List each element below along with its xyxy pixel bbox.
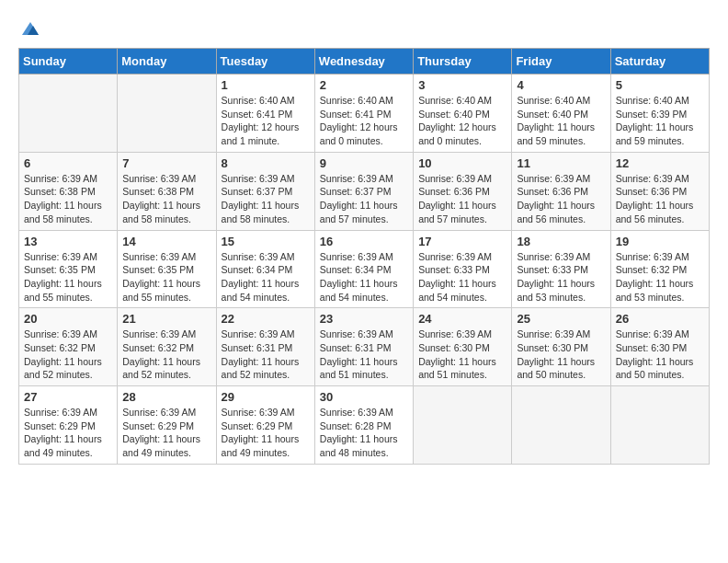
day-number: 22: [222, 312, 310, 326]
day-info: Sunrise: 6:39 AM Sunset: 6:31 PM Dayligh…: [320, 327, 408, 382]
day-number: 6: [24, 156, 112, 170]
calendar-table: SundayMondayTuesdayWednesdayThursdayFrid…: [18, 48, 710, 465]
day-info: Sunrise: 6:39 AM Sunset: 6:33 PM Dayligh…: [517, 250, 605, 304]
calendar-cell: 9Sunrise: 6:39 AM Sunset: 6:37 PM Daylig…: [314, 152, 413, 230]
day-info: Sunrise: 6:40 AM Sunset: 6:41 PM Dayligh…: [222, 94, 310, 148]
calendar-cell: 12Sunrise: 6:39 AM Sunset: 6:36 PM Dayli…: [610, 152, 709, 230]
day-info: Sunrise: 6:39 AM Sunset: 6:35 PM Dayligh…: [24, 250, 112, 304]
calendar-cell: 18Sunrise: 6:39 AM Sunset: 6:33 PM Dayli…: [512, 230, 610, 308]
calendar-cell: 24Sunrise: 6:39 AM Sunset: 6:30 PM Dayli…: [414, 308, 512, 386]
calendar-week-row: 1Sunrise: 6:40 AM Sunset: 6:41 PM Daylig…: [19, 75, 710, 153]
calendar-cell: 14Sunrise: 6:39 AM Sunset: 6:35 PM Dayli…: [118, 230, 216, 308]
day-info: Sunrise: 6:39 AM Sunset: 6:38 PM Dayligh…: [122, 172, 210, 226]
page-header: [18, 18, 710, 39]
calendar-week-row: 27Sunrise: 6:39 AM Sunset: 6:29 PM Dayli…: [19, 386, 710, 465]
day-info: Sunrise: 6:39 AM Sunset: 6:30 PM Dayligh…: [616, 327, 704, 382]
calendar-cell: 5Sunrise: 6:40 AM Sunset: 6:39 PM Daylig…: [610, 75, 709, 153]
day-number: 21: [122, 312, 210, 326]
day-info: Sunrise: 6:39 AM Sunset: 6:37 PM Dayligh…: [222, 172, 310, 226]
day-info: Sunrise: 6:39 AM Sunset: 6:32 PM Dayligh…: [616, 250, 704, 304]
day-number: 17: [418, 235, 506, 248]
calendar-cell: 22Sunrise: 6:39 AM Sunset: 6:31 PM Dayli…: [216, 308, 314, 386]
day-number: 10: [418, 156, 506, 170]
calendar-cell: 30Sunrise: 6:39 AM Sunset: 6:28 PM Dayli…: [314, 386, 413, 465]
day-number: 29: [222, 390, 310, 404]
day-info: Sunrise: 6:40 AM Sunset: 6:39 PM Dayligh…: [616, 94, 704, 148]
day-number: 13: [24, 235, 112, 248]
day-number: 14: [122, 235, 210, 248]
day-number: 15: [222, 235, 310, 248]
calendar-week-row: 13Sunrise: 6:39 AM Sunset: 6:35 PM Dayli…: [19, 230, 710, 308]
calendar-cell: [19, 75, 118, 153]
day-number: 12: [616, 156, 704, 170]
calendar-week-row: 20Sunrise: 6:39 AM Sunset: 6:32 PM Dayli…: [19, 308, 710, 386]
calendar-cell: 17Sunrise: 6:39 AM Sunset: 6:33 PM Dayli…: [414, 230, 512, 308]
calendar-week-row: 6Sunrise: 6:39 AM Sunset: 6:38 PM Daylig…: [19, 152, 710, 230]
day-number: 23: [320, 312, 408, 326]
day-number: 9: [320, 156, 408, 170]
day-info: Sunrise: 6:40 AM Sunset: 6:40 PM Dayligh…: [517, 94, 605, 148]
day-info: Sunrise: 6:39 AM Sunset: 6:36 PM Dayligh…: [517, 172, 605, 226]
day-of-week-header: Thursday: [414, 49, 512, 75]
calendar-header-row: SundayMondayTuesdayWednesdayThursdayFrid…: [19, 49, 710, 75]
day-number: 19: [616, 235, 704, 248]
calendar-cell: [118, 75, 216, 153]
day-info: Sunrise: 6:39 AM Sunset: 6:32 PM Dayligh…: [24, 327, 112, 382]
day-info: Sunrise: 6:39 AM Sunset: 6:29 PM Dayligh…: [222, 406, 310, 460]
day-info: Sunrise: 6:39 AM Sunset: 6:34 PM Dayligh…: [320, 250, 408, 304]
day-info: Sunrise: 6:39 AM Sunset: 6:35 PM Dayligh…: [122, 250, 210, 304]
day-of-week-header: Tuesday: [216, 49, 314, 75]
day-info: Sunrise: 6:40 AM Sunset: 6:41 PM Dayligh…: [320, 94, 408, 148]
day-number: 20: [24, 312, 112, 326]
day-info: Sunrise: 6:39 AM Sunset: 6:36 PM Dayligh…: [418, 172, 506, 226]
calendar-cell: 28Sunrise: 6:39 AM Sunset: 6:29 PM Dayli…: [118, 386, 216, 465]
calendar-cell: 23Sunrise: 6:39 AM Sunset: 6:31 PM Dayli…: [314, 308, 413, 386]
day-number: 24: [418, 312, 506, 326]
day-of-week-header: Sunday: [19, 49, 118, 75]
day-info: Sunrise: 6:39 AM Sunset: 6:34 PM Dayligh…: [222, 250, 310, 304]
day-info: Sunrise: 6:39 AM Sunset: 6:38 PM Dayligh…: [24, 172, 112, 226]
calendar-cell: 1Sunrise: 6:40 AM Sunset: 6:41 PM Daylig…: [216, 75, 314, 153]
calendar-cell: 16Sunrise: 6:39 AM Sunset: 6:34 PM Dayli…: [314, 230, 413, 308]
day-of-week-header: Saturday: [610, 49, 709, 75]
day-number: 8: [222, 156, 310, 170]
day-number: 26: [616, 312, 704, 326]
day-number: 28: [122, 390, 210, 404]
day-info: Sunrise: 6:39 AM Sunset: 6:30 PM Dayligh…: [418, 327, 506, 382]
calendar-cell: 21Sunrise: 6:39 AM Sunset: 6:32 PM Dayli…: [118, 308, 216, 386]
day-number: 7: [122, 156, 210, 170]
day-of-week-header: Friday: [512, 49, 610, 75]
calendar-cell: 20Sunrise: 6:39 AM Sunset: 6:32 PM Dayli…: [19, 308, 118, 386]
calendar-cell: 6Sunrise: 6:39 AM Sunset: 6:38 PM Daylig…: [19, 152, 118, 230]
day-number: 18: [517, 235, 605, 248]
day-number: 3: [418, 78, 506, 92]
calendar-cell: 8Sunrise: 6:39 AM Sunset: 6:37 PM Daylig…: [216, 152, 314, 230]
day-number: 5: [616, 78, 704, 92]
day-of-week-header: Wednesday: [314, 49, 413, 75]
calendar-cell: [414, 386, 512, 465]
day-info: Sunrise: 6:39 AM Sunset: 6:36 PM Dayligh…: [616, 172, 704, 226]
day-info: Sunrise: 6:39 AM Sunset: 6:29 PM Dayligh…: [122, 406, 210, 460]
calendar-cell: 15Sunrise: 6:39 AM Sunset: 6:34 PM Dayli…: [216, 230, 314, 308]
day-info: Sunrise: 6:39 AM Sunset: 6:31 PM Dayligh…: [222, 327, 310, 382]
calendar-cell: 2Sunrise: 6:40 AM Sunset: 6:41 PM Daylig…: [314, 75, 413, 153]
day-of-week-header: Monday: [118, 49, 216, 75]
calendar-cell: 26Sunrise: 6:39 AM Sunset: 6:30 PM Dayli…: [610, 308, 709, 386]
calendar-cell: 4Sunrise: 6:40 AM Sunset: 6:40 PM Daylig…: [512, 75, 610, 153]
day-info: Sunrise: 6:39 AM Sunset: 6:33 PM Dayligh…: [418, 250, 506, 304]
day-info: Sunrise: 6:39 AM Sunset: 6:30 PM Dayligh…: [517, 327, 605, 382]
day-number: 27: [24, 390, 112, 404]
calendar-cell: 25Sunrise: 6:39 AM Sunset: 6:30 PM Dayli…: [512, 308, 610, 386]
day-info: Sunrise: 6:39 AM Sunset: 6:28 PM Dayligh…: [320, 406, 408, 460]
calendar-cell: 19Sunrise: 6:39 AM Sunset: 6:32 PM Dayli…: [610, 230, 709, 308]
day-number: 30: [320, 390, 408, 404]
day-info: Sunrise: 6:39 AM Sunset: 6:32 PM Dayligh…: [122, 327, 210, 382]
logo: [18, 18, 40, 39]
day-number: 25: [517, 312, 605, 326]
day-number: 4: [517, 78, 605, 92]
calendar-cell: 10Sunrise: 6:39 AM Sunset: 6:36 PM Dayli…: [414, 152, 512, 230]
day-number: 1: [222, 78, 310, 92]
calendar-cell: 11Sunrise: 6:39 AM Sunset: 6:36 PM Dayli…: [512, 152, 610, 230]
day-number: 2: [320, 78, 408, 92]
calendar-cell: [610, 386, 709, 465]
